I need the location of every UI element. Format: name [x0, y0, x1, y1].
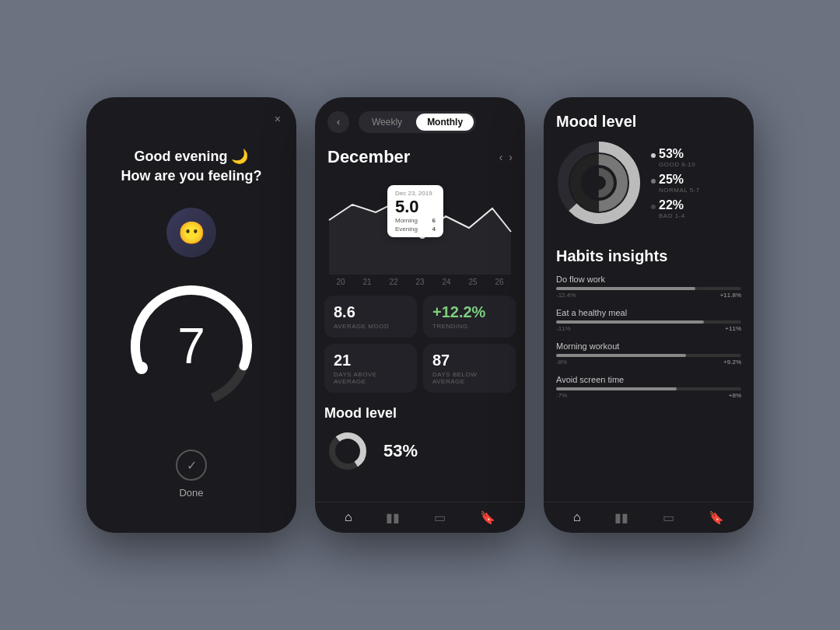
- habit-pos-meal: +11%: [725, 325, 741, 332]
- stat-trending-label: TRENDING: [432, 323, 506, 330]
- avatar: 😶: [166, 208, 216, 257]
- mood-dial[interactable]: 7: [121, 276, 261, 416]
- habit-pos-workout: +9.2%: [723, 359, 741, 366]
- chart-tooltip: Dec 23, 2019 5.0 Morning 6 Evening 4: [387, 185, 443, 237]
- date-21: 21: [362, 278, 371, 286]
- tab-group: Weekly Monthly: [359, 111, 476, 133]
- mood-level-title: Mood level: [324, 405, 516, 422]
- stat-trending: +12.2% TRENDING: [423, 296, 516, 338]
- legend-dot-good: [651, 153, 656, 158]
- habit-fill-flow: [556, 287, 695, 290]
- close-button[interactable]: ×: [275, 113, 281, 125]
- done-button[interactable]: ✓: [176, 450, 207, 481]
- stat-days-below: 87 DAYS BELOW AVERAGE: [423, 344, 516, 393]
- date-22: 22: [389, 278, 397, 286]
- nav-calendar[interactable]: ▭: [434, 510, 446, 525]
- habit-range-workout: -8% +9.2%: [556, 359, 741, 366]
- mood-chart-preview: 53%: [324, 428, 516, 474]
- habit-bar-flow: [556, 287, 741, 290]
- tab-monthly[interactable]: Monthly: [416, 114, 474, 131]
- legend-bad-label: BAD 1-4: [659, 212, 685, 219]
- habit-neg-flow: -12.4%: [556, 292, 576, 299]
- nav-bookmark[interactable]: 🔖: [480, 510, 495, 525]
- phone-stats: ‹ Weekly Monthly December ‹ ›: [315, 97, 525, 533]
- p3-nav-bookmark[interactable]: 🔖: [709, 510, 724, 525]
- legend-dot-bad: [651, 205, 656, 209]
- date-25: 25: [468, 278, 477, 286]
- stat-avg-mood: 8.6 AVERAGE MOOD: [324, 296, 417, 338]
- habit-neg-workout: -8%: [556, 359, 567, 366]
- prev-month-button[interactable]: ‹: [499, 151, 503, 163]
- habit-neg-meal: -11%: [556, 325, 571, 332]
- tooltip-value: 5.0: [395, 198, 436, 215]
- habit-bar-workout: [556, 354, 741, 357]
- phone2-bottom-nav: ⌂ ▮▮ ▭ 🔖: [315, 502, 525, 533]
- evening-label: Evening: [395, 226, 418, 233]
- stats-grid: 8.6 AVERAGE MOOD +12.2% TRENDING 21 DAYS…: [315, 289, 525, 399]
- avatar-emoji: 😶: [178, 220, 205, 246]
- habit-workout: Morning workout -8% +9.2%: [556, 341, 741, 366]
- p3-nav-stats[interactable]: ▮▮: [614, 510, 628, 525]
- month-title: December: [327, 147, 410, 167]
- phone3-bottom-nav: ⌂ ▮▮ ▭ 🔖: [544, 502, 754, 533]
- legend-dot-normal: [651, 179, 656, 184]
- legend-bad: 22% BAD 1-4: [651, 198, 700, 219]
- habit-range-meal: -11% +11%: [556, 325, 741, 332]
- greeting: Good evening 🌙 How are you feeling?: [121, 147, 261, 186]
- next-month-button[interactable]: ›: [509, 151, 513, 163]
- nav-home[interactable]: ⌂: [345, 510, 352, 525]
- evening-val: 4: [432, 226, 436, 233]
- habit-range-screen: -7% +8%: [556, 392, 741, 399]
- month-row: December ‹ ›: [315, 141, 525, 173]
- tab-weekly[interactable]: Weekly: [361, 114, 413, 131]
- legend-good: 53% GOOD 8-10: [651, 147, 700, 168]
- greeting-line1: Good evening 🌙: [121, 147, 261, 166]
- habit-flow-work: Do flow work -12.4% +11.8%: [556, 275, 741, 299]
- habit-screen-time: Avoid screen time -7% +8%: [556, 375, 741, 399]
- stat-days-below-value: 87: [432, 352, 506, 369]
- legend-good-label: GOOD 8-10: [659, 161, 695, 168]
- stat-avg-mood-label: AVERAGE MOOD: [334, 323, 408, 330]
- stat-avg-mood-value: 8.6: [334, 303, 408, 321]
- p3-nav-home[interactable]: ⌂: [573, 510, 581, 525]
- date-24: 24: [442, 278, 450, 286]
- habit-fill-workout: [556, 354, 686, 357]
- mood-pct-preview: 53%: [383, 441, 418, 461]
- habit-bar-screen: [556, 387, 741, 390]
- stat-days-above: 21 DAYS ABOVE AVERAGE: [324, 344, 417, 393]
- habit-fill-meal: [556, 320, 704, 324]
- habit-name-flow: Do flow work: [556, 275, 741, 284]
- month-nav: ‹ ›: [499, 151, 513, 163]
- mood-donut: [556, 140, 642, 226]
- phone3-header: Mood level: [544, 97, 754, 247]
- date-26: 26: [495, 278, 503, 286]
- phone-checkin: × Good evening 🌙 How are you feeling? 😶 …: [86, 97, 296, 533]
- back-icon: ‹: [337, 117, 340, 128]
- morning-label: Morning: [395, 217, 418, 224]
- morning-val: 6: [432, 217, 436, 224]
- chart-dates: 20 21 22 23 24 25 26: [315, 275, 525, 289]
- mood-legend: 53% GOOD 8-10 25% NORMAL 5-7: [651, 147, 700, 219]
- nav-stats[interactable]: ▮▮: [386, 510, 400, 525]
- phone2-header: ‹ Weekly Monthly: [315, 97, 525, 141]
- stat-trending-value: +12.2%: [432, 303, 506, 321]
- habit-range-flow: -12.4% +11.8%: [556, 292, 741, 299]
- mood-donut-row: 53% GOOD 8-10 25% NORMAL 5-7: [556, 140, 741, 226]
- habits-title: Habits insights: [556, 247, 741, 265]
- habit-neg-screen: -7%: [556, 392, 567, 399]
- done-label: Done: [179, 487, 203, 499]
- greeting-line2: How are you feeling?: [121, 166, 261, 186]
- tooltip-morning: Morning 6: [395, 217, 436, 224]
- p3-nav-calendar[interactable]: ▭: [663, 510, 674, 525]
- back-button[interactable]: ‹: [327, 111, 349, 133]
- legend-normal-label: NORMAL 5-7: [659, 187, 700, 194]
- tooltip-date: Dec 23, 2019: [395, 190, 436, 197]
- habit-name-screen: Avoid screen time: [556, 375, 741, 384]
- stat-days-above-label: DAYS ABOVE AVERAGE: [334, 371, 408, 385]
- mood-chart: Dec 23, 2019 5.0 Morning 6 Evening 4: [321, 173, 519, 275]
- habit-pos-flow: +11.8%: [720, 292, 741, 299]
- legend-good-pct: 53%: [659, 147, 695, 161]
- habit-healthy-meal: Eat a healthy meal -11% +11%: [556, 308, 741, 332]
- phones-container: × Good evening 🌙 How are you feeling? 😶 …: [0, 0, 840, 630]
- habits-section: Habits insights Do flow work -12.4% +11.…: [544, 247, 754, 502]
